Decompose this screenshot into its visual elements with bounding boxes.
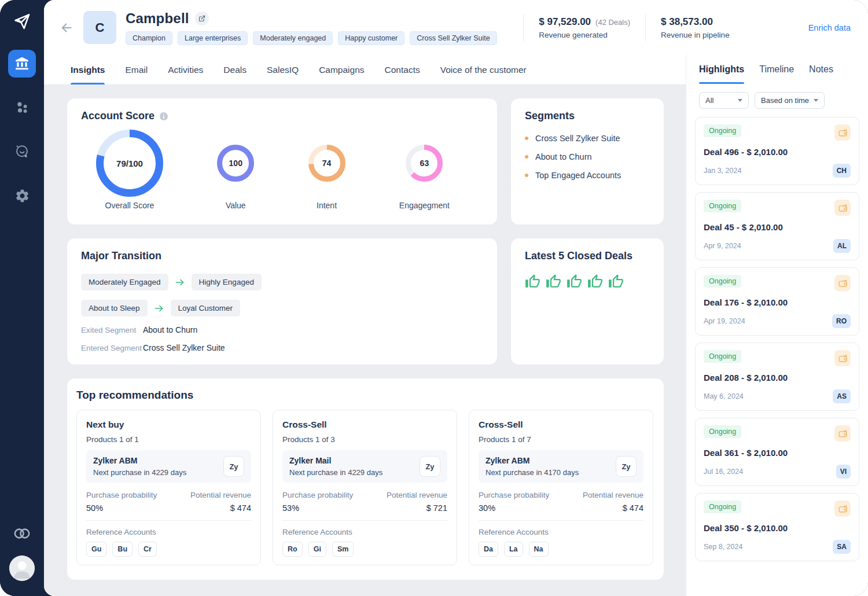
info-icon[interactable] bbox=[159, 112, 168, 121]
sidebar-item-assistant[interactable] bbox=[8, 138, 36, 165]
tag-chip[interactable]: Happy customer bbox=[338, 31, 404, 45]
sidebar-item-settings[interactable] bbox=[8, 182, 36, 209]
tab-campaigns[interactable]: Campaigns bbox=[319, 55, 364, 84]
revenue-generated-label: Revenue generated bbox=[539, 31, 630, 39]
owner-initials-badge: AS bbox=[833, 389, 851, 403]
bullet-icon bbox=[525, 174, 528, 177]
reference-account-chip[interactable]: Gi bbox=[308, 542, 326, 557]
segment-label: About to Churn bbox=[535, 152, 592, 161]
reference-account-chip[interactable]: Sm bbox=[332, 542, 354, 557]
transition-from-chip: Moderately Engaged bbox=[81, 274, 168, 290]
segment-item[interactable]: About to Churn bbox=[525, 152, 650, 161]
chevron-down-icon bbox=[814, 99, 818, 102]
tag-chip[interactable]: Cross Sell Zylker Suite bbox=[410, 31, 496, 45]
deal-card[interactable]: Ongoing Deal 176 - $ 2,010.00 Apr 19, 20… bbox=[695, 267, 859, 336]
thumbs-up-icon[interactable] bbox=[567, 274, 582, 289]
segment-item[interactable]: Top Engaged Accounts bbox=[525, 171, 650, 180]
intent-score-donut: 74 Intent bbox=[308, 127, 345, 210]
highlights-panel: Highlights Timeline Notes All Based on t… bbox=[686, 55, 868, 596]
divider bbox=[86, 520, 251, 521]
tab-insights[interactable]: Insights bbox=[71, 55, 105, 84]
recommendation-card-cross-sell-1: Cross-Sell Products 1 of 3 Zylker Mail N… bbox=[273, 410, 457, 565]
tab-activities[interactable]: Activities bbox=[168, 55, 203, 84]
product-row[interactable]: Zylker ABM Next purchase in 4229 days Zy bbox=[86, 450, 251, 483]
segment-item[interactable]: Cross Sell Zylker Suite bbox=[525, 134, 650, 143]
page-title: Campbell bbox=[126, 10, 189, 27]
back-button[interactable] bbox=[57, 18, 76, 38]
reference-accounts-label: Reference Accounts bbox=[479, 528, 643, 536]
thumbs-up-icon[interactable] bbox=[608, 274, 624, 289]
deal-date: Sep 8, 2024 bbox=[704, 543, 742, 551]
reference-account-chip[interactable]: Da bbox=[479, 542, 498, 557]
sidebar-item-accounts[interactable] bbox=[8, 50, 36, 78]
open-record-button[interactable] bbox=[195, 12, 209, 25]
reference-account-chip[interactable]: Ro bbox=[282, 542, 303, 557]
major-transition-card: Major Transition Moderately Engaged High… bbox=[67, 238, 498, 365]
product-subtitle: Next purchase in 4229 days bbox=[289, 468, 382, 477]
deal-card[interactable]: Ongoing Deal 45 - $ 2,010.00 Apr 9, 2024… bbox=[695, 192, 859, 260]
deal-card[interactable]: Ongoing Deal 496 - $ 2,010.00 Jan 3, 202… bbox=[695, 117, 859, 185]
deal-title: Deal 208 - $ 2,010.00 bbox=[704, 373, 851, 382]
zoho-rings-icon[interactable] bbox=[12, 527, 32, 540]
revenue-pipeline-amount: $ 38,573.00 bbox=[661, 16, 713, 28]
product-row[interactable]: Zylker Mail Next purchase in 4229 days Z… bbox=[282, 450, 447, 483]
purchase-probability-label: Purchase probability bbox=[479, 491, 549, 499]
thumbs-up-icon[interactable] bbox=[587, 274, 603, 289]
tab-email[interactable]: Email bbox=[125, 55, 148, 84]
reference-account-chip[interactable]: Gu bbox=[86, 542, 106, 557]
sidebar-item-segments[interactable] bbox=[8, 94, 36, 122]
deal-card[interactable]: Ongoing Deal 350 - $ 2,010.00 Sep 8, 202… bbox=[695, 493, 859, 561]
tab-contacts[interactable]: Contacts bbox=[385, 55, 420, 84]
tag-chip[interactable]: Large enterprises bbox=[178, 31, 248, 45]
user-avatar[interactable] bbox=[9, 555, 35, 581]
segments-card: Segments Cross Sell Zylker Suite About t… bbox=[510, 98, 664, 225]
deal-status-badge: Ongoing bbox=[704, 200, 741, 212]
reference-account-chip[interactable]: Cr bbox=[138, 542, 157, 557]
reference-account-chip[interactable]: Na bbox=[529, 542, 549, 557]
closed-deals-title: Latest 5 Closed Deals bbox=[525, 250, 650, 262]
account-score-card: Account Score 79/100 Overall Score bbox=[67, 98, 498, 225]
major-transition-title: Major Transition bbox=[81, 250, 483, 262]
deal-date: May 6, 2024 bbox=[704, 392, 744, 400]
highlights-tabbar: Highlights Timeline Notes bbox=[686, 55, 868, 84]
product-name: Zylker Mail bbox=[289, 456, 382, 465]
deal-card[interactable]: Ongoing Deal 361 - $ 2,010.00 Jul 16, 20… bbox=[695, 418, 859, 486]
filter-sort-dropdown[interactable]: Based on time bbox=[755, 92, 825, 109]
filter-sort-value: Based on time bbox=[761, 96, 809, 105]
exited-segment-row: Exited Segment About to Churn bbox=[81, 325, 483, 334]
deal-card[interactable]: Ongoing Deal 208 - $ 2,010.00 May 6, 202… bbox=[695, 343, 859, 411]
thumbs-up-icon[interactable] bbox=[525, 274, 540, 289]
deal-status-badge: Ongoing bbox=[704, 350, 741, 363]
revenue-pipeline-label: Revenue in pipeline bbox=[661, 31, 730, 39]
app-window: C Campbell Champion Large enterprises Mo… bbox=[0, 0, 868, 596]
thumbs-up-icon[interactable] bbox=[546, 274, 561, 289]
wallet-icon bbox=[834, 350, 851, 366]
highlight-deal-list: Ongoing Deal 496 - $ 2,010.00 Jan 3, 202… bbox=[686, 109, 868, 561]
tab-notes[interactable]: Notes bbox=[809, 64, 833, 84]
tag-chip[interactable]: Moderately engaged bbox=[253, 31, 333, 45]
entered-segment-row: Entered Segment Cross Sell Zylker Suite bbox=[81, 343, 483, 352]
deal-date: Jan 3, 2024 bbox=[704, 167, 741, 175]
tab-timeline[interactable]: Timeline bbox=[759, 64, 794, 84]
recommendation-card-cross-sell-2: Cross-Sell Products 1 of 7 Zylker ABM Ne… bbox=[469, 410, 653, 565]
tag-chip[interactable]: Champion bbox=[126, 31, 172, 45]
engagement-score-donut: 63 Engagegment bbox=[399, 127, 450, 210]
wallet-icon bbox=[834, 425, 851, 442]
reference-account-chip[interactable]: La bbox=[504, 542, 523, 557]
tab-salesiq[interactable]: SalesIQ bbox=[267, 55, 299, 84]
product-row[interactable]: Zylker ABM Next purchase in 4170 days Zy bbox=[479, 450, 643, 483]
value-score-label: Value bbox=[226, 201, 246, 210]
revenue-generated-block: $ 97,529.00 (42 Deals) Revenue generated bbox=[524, 16, 645, 39]
filter-type-dropdown[interactable]: All bbox=[699, 92, 749, 109]
owner-initials-badge: SA bbox=[833, 540, 851, 554]
reference-account-chip[interactable]: Bu bbox=[112, 542, 133, 557]
tab-voice-of-customer[interactable]: Voice of the customer bbox=[440, 55, 527, 84]
deal-status-badge: Ongoing bbox=[704, 425, 741, 438]
tab-deals[interactable]: Deals bbox=[223, 55, 247, 84]
deal-title: Deal 45 - $ 2,010.00 bbox=[704, 222, 851, 232]
brand-plane-icon[interactable] bbox=[10, 9, 34, 34]
enrich-data-link[interactable]: Enrich data bbox=[808, 23, 851, 32]
tab-highlights[interactable]: Highlights bbox=[699, 64, 744, 84]
revenue-pipeline-block: $ 38,573.00 Revenue in pipeline bbox=[646, 16, 745, 39]
bank-icon bbox=[14, 56, 30, 71]
